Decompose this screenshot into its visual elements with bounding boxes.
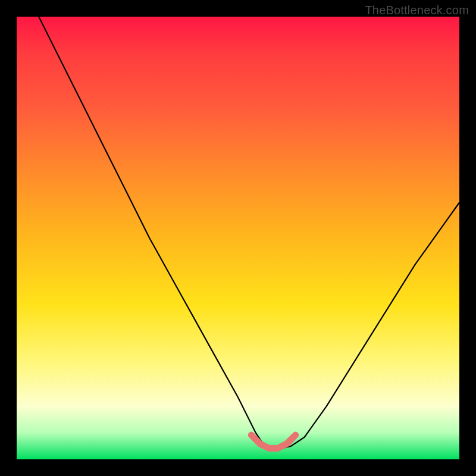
- plot-area: [17, 17, 459, 459]
- bottleneck-curve: [39, 17, 459, 448]
- curve-overlay: [17, 17, 459, 459]
- chart-frame: TheBottleneck.com: [0, 0, 476, 476]
- watermark-text: TheBottleneck.com: [365, 4, 469, 17]
